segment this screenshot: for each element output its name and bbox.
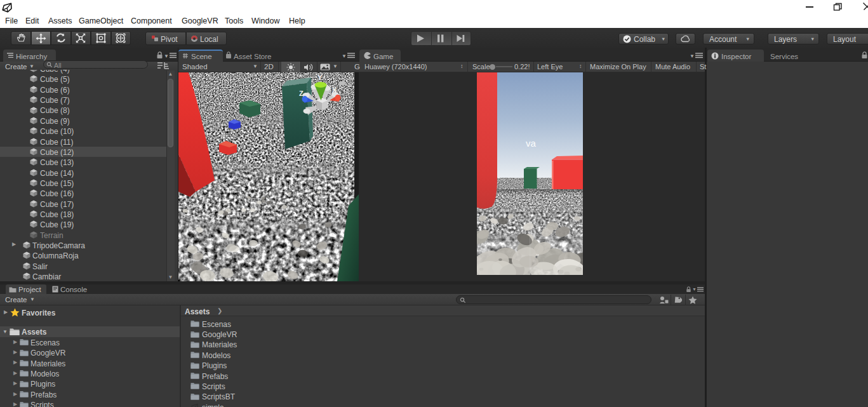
svg-text:va: va xyxy=(526,138,537,149)
svg-text:Y: Y xyxy=(317,74,323,81)
svg-text:Z: Z xyxy=(299,90,304,97)
svg-text:X: X xyxy=(332,86,337,94)
